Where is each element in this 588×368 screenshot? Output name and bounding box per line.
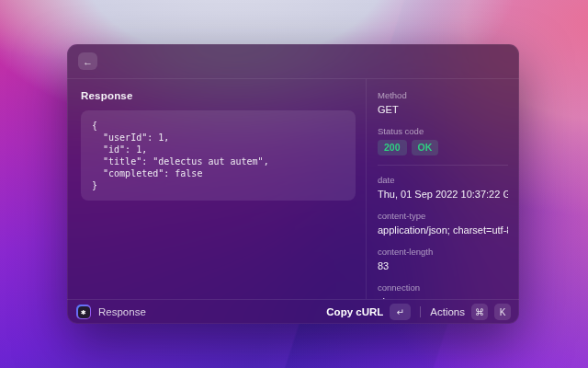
extension-icon-glyph: ✱ — [78, 306, 90, 318]
status-code-badge: 200 — [378, 140, 407, 155]
header-label: content-type — [378, 211, 508, 221]
extension-icon: ✱ — [76, 305, 91, 319]
status-bar-app: ✱ Response — [76, 305, 326, 319]
status-bar-separator — [420, 306, 421, 317]
header-row: content-type application/json; charset=u… — [378, 211, 508, 236]
header-row: content-length 83 — [378, 247, 508, 271]
header-row: date Thu, 01 Sep 2022 10:37:22 G… — [378, 175, 508, 200]
status-text-badge: OK — [412, 140, 439, 155]
actions-button[interactable]: Actions — [430, 306, 465, 317]
header-value: Thu, 01 Sep 2022 10:37:22 G… — [378, 189, 508, 200]
back-button[interactable]: ← — [78, 52, 97, 70]
header-row: connection close — [378, 282, 508, 299]
header-value: application/json; charset=utf-8 — [378, 224, 508, 236]
method-value: GET — [378, 104, 508, 115]
response-json: { "userId": 1, "id": 1, "title": "delect… — [92, 120, 345, 191]
status-bar: ✱ Response Copy cURL ↵ Actions ⌘ K — [67, 299, 519, 324]
details-section-divider — [378, 165, 508, 166]
response-viewer-window: ← Response { "userId": 1, "id": 1, "titl… — [67, 44, 519, 324]
enter-key-icon: ↵ — [390, 304, 411, 320]
status-badge-row: 200 OK — [378, 140, 508, 155]
copy-curl-button[interactable]: Copy cURL — [326, 306, 383, 317]
response-panel-title: Response — [81, 90, 356, 101]
status-bar-app-label: Response — [98, 306, 146, 317]
response-body-code-block: { "userId": 1, "id": 1, "title": "delect… — [81, 110, 356, 201]
status-code-label: Status code — [378, 126, 508, 136]
k-key-icon: K — [494, 304, 511, 320]
details-panel: Method GET Status code 200 OK date Thu, … — [367, 79, 519, 299]
header-label: content-length — [378, 247, 508, 257]
header-value: 83 — [378, 260, 508, 271]
header-label: connection — [378, 282, 508, 293]
header-label: date — [378, 175, 508, 185]
status-bar-actions: Copy cURL ↵ Actions ⌘ K — [326, 304, 511, 320]
command-key-icon: ⌘ — [471, 304, 488, 320]
response-panel: Response { "userId": 1, "id": 1, "title"… — [67, 79, 366, 299]
back-arrow-icon: ← — [83, 56, 93, 67]
window-header: ← — [67, 44, 519, 79]
method-label: Method — [378, 90, 508, 100]
window-content: Response { "userId": 1, "id": 1, "title"… — [67, 79, 519, 299]
